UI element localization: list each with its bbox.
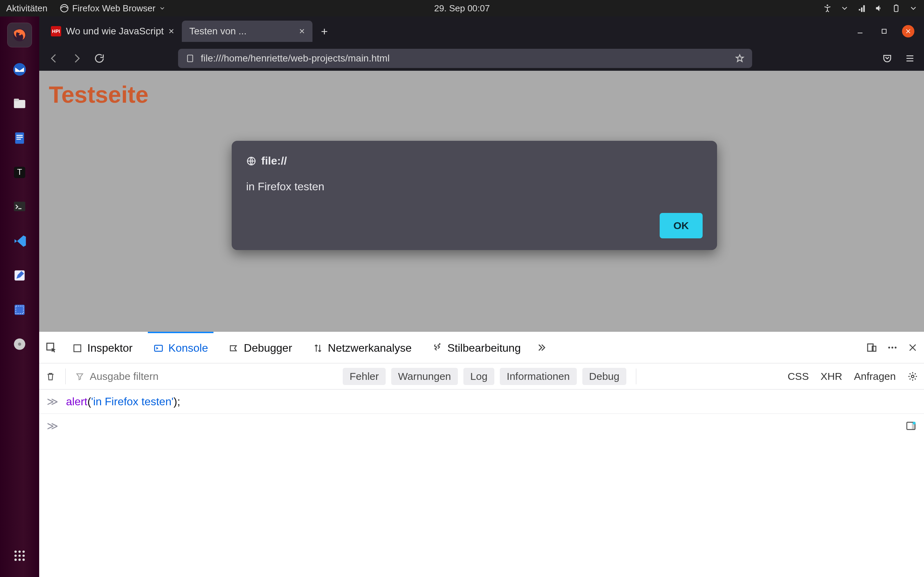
tab-console[interactable]: Konsole	[148, 332, 214, 363]
svg-rect-10	[16, 137, 23, 138]
dock-screenshot[interactable]	[7, 297, 32, 322]
devtools-menu-button[interactable]	[887, 342, 898, 353]
svg-rect-8	[15, 132, 24, 144]
svg-rect-7	[14, 98, 19, 101]
url-bar[interactable]: file:///home/henriette/web-projects/main…	[178, 49, 752, 68]
firefox-window: HPI Wo und wie JavaScript × Testen von .…	[39, 16, 924, 577]
app-menu[interactable]: Firefox Web Browser	[60, 3, 166, 14]
svg-point-41	[911, 375, 914, 378]
tab-label: Inspektor	[87, 342, 133, 355]
close-icon	[908, 342, 918, 353]
hamburger-icon	[905, 53, 915, 63]
svg-rect-14	[14, 201, 26, 211]
window-close-button[interactable]	[902, 25, 914, 37]
dock-terminal[interactable]	[7, 194, 32, 219]
console-clear-button[interactable]	[45, 371, 56, 382]
browser-tab-0[interactable]: HPI Wo und wie JavaScript ×	[43, 21, 182, 42]
page-content: Testseite file:// in Firefox testen OK	[39, 71, 924, 332]
devtools-close-button[interactable]	[908, 342, 918, 353]
dock-vscode[interactable]	[7, 229, 32, 253]
tab-debugger[interactable]: Debugger	[223, 332, 298, 363]
filter-log[interactable]: Log	[464, 368, 494, 385]
dock-firefox[interactable]	[7, 23, 32, 47]
screenshot-icon	[12, 302, 27, 318]
chevron-down-icon	[840, 4, 849, 13]
dock-text-editor-app[interactable]: T	[7, 160, 32, 185]
devtools-tabstrip: Inspektor Konsole Debugger Netzwerkanaly…	[39, 332, 924, 363]
filter-errors[interactable]: Fehler	[343, 368, 386, 385]
firefox-mono-icon	[60, 4, 69, 13]
svg-point-21	[19, 551, 21, 553]
dock: T	[0, 16, 39, 577]
nav-reload-button[interactable]	[94, 53, 105, 64]
responsive-icon	[866, 342, 877, 353]
svg-rect-9	[16, 135, 23, 136]
alert-origin: file://	[261, 155, 287, 167]
prompt-marker-icon: ≫	[47, 419, 58, 432]
window-maximize-button[interactable]	[878, 25, 890, 37]
console-settings-button[interactable]	[908, 371, 918, 382]
app-menu-button[interactable]	[905, 53, 915, 63]
tab-network[interactable]: Netzwerkanalyse	[307, 332, 417, 363]
filter-xhr[interactable]: XHR	[821, 371, 842, 382]
console-sidebar-toggle[interactable]	[905, 421, 916, 431]
tab-label: Netzwerkanalyse	[328, 342, 412, 355]
gnome-top-bar: Aktivitäten Firefox Web Browser 29. Sep …	[0, 0, 924, 16]
tab-inspector[interactable]: Inspektor	[67, 332, 138, 363]
dock-thunderbird[interactable]	[7, 57, 32, 82]
new-tab-button[interactable]: +	[317, 23, 333, 39]
alert-ok-button[interactable]: OK	[660, 213, 703, 239]
tab-close-button[interactable]: ×	[299, 26, 305, 36]
input-marker-icon: ≫	[47, 395, 58, 408]
vscode-icon	[12, 234, 27, 249]
volume-icon	[874, 4, 884, 13]
filter-css[interactable]: CSS	[788, 371, 809, 382]
pocket-button[interactable]	[882, 53, 892, 63]
nav-forward-button[interactable]	[71, 53, 82, 64]
filter-requests[interactable]: Anfragen	[854, 371, 896, 382]
system-tray[interactable]	[823, 4, 918, 13]
console-filter-input[interactable]	[90, 371, 337, 382]
terminal-icon	[12, 199, 27, 214]
filter-icon	[75, 372, 84, 381]
dock-gedit[interactable]	[7, 263, 32, 288]
tab-label: Konsole	[168, 342, 208, 355]
nav-back-button[interactable]	[48, 53, 60, 64]
browser-tab-1[interactable]: Testen von ... ×	[182, 21, 312, 42]
dock-apps-grid[interactable]	[7, 543, 32, 568]
reload-icon	[94, 53, 105, 64]
filter-info[interactable]: Informationen	[500, 368, 577, 385]
console-prompt[interactable]: ≫	[39, 414, 924, 438]
devtools-picker-button[interactable]	[45, 342, 57, 353]
minimize-icon	[857, 28, 864, 35]
bookmark-star-button[interactable]	[735, 53, 745, 63]
svg-rect-3	[895, 5, 897, 5]
window-minimize-button[interactable]	[854, 25, 866, 37]
letter-t-icon: T	[12, 165, 27, 180]
apps-grid-icon	[13, 549, 26, 562]
tab-close-button[interactable]: ×	[168, 26, 174, 36]
dock-disc[interactable]	[7, 332, 32, 356]
favicon-hpi-icon: HPI	[51, 26, 61, 36]
page-icon	[186, 54, 195, 63]
svg-text:T: T	[17, 167, 23, 177]
svg-point-20	[15, 551, 17, 553]
arrow-right-icon	[71, 53, 82, 64]
tab-style-editor[interactable]: Stilbearbeitung	[426, 332, 526, 363]
svg-point-24	[19, 555, 21, 557]
svg-point-26	[15, 558, 17, 561]
dock-files[interactable]	[7, 91, 32, 116]
clock[interactable]: 29. Sep 00:07	[434, 3, 490, 14]
pocket-icon	[882, 53, 892, 63]
window-controls	[854, 25, 920, 37]
devtools-responsive-button[interactable]	[866, 342, 877, 353]
svg-rect-29	[858, 33, 863, 33]
tab-title: Testen von ...	[189, 26, 247, 37]
svg-point-19	[18, 342, 21, 345]
dock-writer[interactable]	[7, 126, 32, 150]
filter-debug[interactable]: Debug	[582, 368, 626, 385]
devtools-more-tabs[interactable]	[536, 342, 548, 353]
activities-button[interactable]: Aktivitäten	[6, 3, 47, 14]
filter-warnings[interactable]: Warnungen	[391, 368, 458, 385]
text-editor-icon	[12, 268, 27, 283]
